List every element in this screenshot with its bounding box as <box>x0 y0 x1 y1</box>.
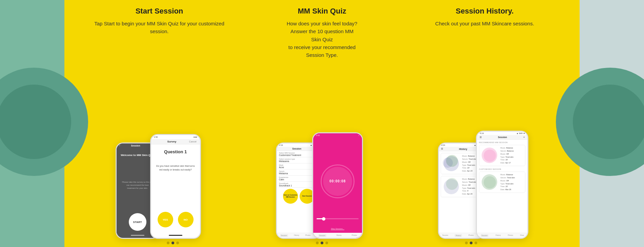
sections-row: Start Session Tap Start to begin your MM… <box>64 7 580 64</box>
section2-dot-1[interactable] <box>316 242 319 244</box>
left-decorative-panel <box>0 0 64 247</box>
phone6-nav-photos[interactable]: Photos <box>508 234 513 237</box>
phone3-header: Session <box>279 148 315 150</box>
phone6-signal: ▲ WiFi ● <box>516 132 525 134</box>
phone6-time: 4:19 <box>480 132 484 134</box>
phone2-cancel[interactable]: Cancel <box>189 140 197 143</box>
h2-time: 5' <box>467 190 468 192</box>
phone2-no-button[interactable]: NO <box>178 212 194 227</box>
phone5-menu-icon: ☰ <box>441 148 443 150</box>
phone5-nav-history[interactable]: History <box>455 234 462 237</box>
phone2-time: 1:56 <box>154 136 158 138</box>
phone3-nav-session[interactable]: Session <box>280 234 288 237</box>
h1-music: Balance <box>468 155 475 157</box>
phone6-body: RECOMMENDED MM SESSION Music: Balance Se… <box>477 140 527 233</box>
phone1-welcome-title: Welcome to MM Skin Quiz <box>121 153 154 157</box>
c1-serum: Tired skin <box>507 177 515 179</box>
h2-music: Balance <box>468 178 475 180</box>
phone6-custom-title: CUSTOMIZED SESSION <box>479 168 525 170</box>
rec-card-circles <box>480 146 499 165</box>
phone6-add-btn[interactable]: + <box>523 136 525 139</box>
phone3-save-label: Save as Customize MM Session <box>283 194 298 198</box>
custom-card-circles <box>480 173 499 192</box>
phone4-skip-label[interactable]: Skip Session... <box>331 228 344 230</box>
bottom-dots-row <box>64 239 580 247</box>
history-card-1-info: Music: Balance Serum: Tired skin Music: … <box>462 155 477 173</box>
phone1-back-btn[interactable]: ‹ <box>119 144 120 147</box>
phone2-yes-label: YES <box>163 218 168 221</box>
section-session-history: Session History. Check out your past MM … <box>403 7 566 64</box>
phone2-yes-button[interactable]: YES <box>158 212 173 227</box>
quiz-phone-group: 2:19 ▲ WiFi ● Session Skip Select MM Ses… <box>276 132 363 239</box>
c1-time: 20' <box>505 185 508 187</box>
quiz-desc-line2: Answer the 10 question MM <box>290 28 354 34</box>
section3-dot-3[interactable] <box>475 242 477 244</box>
phone4-timer-display: 00:00:08 <box>329 179 346 183</box>
phone6-menu: ☰ <box>480 136 482 139</box>
history-card-1-circles <box>442 154 461 173</box>
section3-dot-2[interactable] <box>470 242 472 244</box>
phone3-start-label: Start Session <box>302 195 312 197</box>
phone5-time: 2:04 <box>441 144 445 146</box>
phone3-nav-photos[interactable]: Photos <box>305 234 311 237</box>
phone3-time: 2:19 <box>279 144 283 146</box>
r1-time: 20' <box>505 159 508 161</box>
history-phone-group: 2:04 ▲ WiFi ● ☰ History <box>438 131 528 239</box>
section2-dot-2[interactable] <box>321 242 323 244</box>
phone4-progress-track <box>317 218 359 219</box>
quiz-desc-line1: How does your skin feel today? <box>287 21 357 26</box>
section-desc-start: Tap Start to begin your MM Skin Quiz for… <box>85 20 234 36</box>
phone4-nav-photos[interactable]: Photos <box>352 234 357 237</box>
left-inner-circle <box>0 85 71 159</box>
phone6-nav-session[interactable]: Session <box>481 234 489 237</box>
section2-dots <box>316 242 328 244</box>
section-start-session: Start Session Tap Start to begin your MM… <box>78 7 241 64</box>
phone6-nav-history[interactable]: History <box>496 234 501 237</box>
start-session-phone-group: ‹ Session Skip Welcome to MM Skin Quiz P… <box>116 134 201 239</box>
phone2-answer-buttons: YES NO <box>158 212 194 227</box>
section1-dot-2[interactable] <box>172 242 174 244</box>
r1-serum: Balance <box>507 150 514 152</box>
phone5-nav-session[interactable]: Session <box>442 234 448 237</box>
phone6-rec-title: RECOMMENDED MM SESSION <box>479 141 525 143</box>
phone3-save-button[interactable]: Save as Customize MM Session <box>283 189 298 204</box>
c1-music2: Off <box>506 180 509 182</box>
c1-music: Balance <box>506 174 513 176</box>
phone-survey: 1:56 ●●● Survey Cancel Question 1 Do you… <box>150 134 201 239</box>
history-card-2-info: Music: Balance Serum: Tired skin Music: … <box>462 178 477 196</box>
phone4-progress-thumb <box>322 217 325 221</box>
section3-dots <box>465 242 477 244</box>
rec-card-1: Music: Balance Serum: Balance Music: Off… <box>479 145 525 166</box>
section1-dot-1[interactable] <box>167 242 169 244</box>
history-card-2-circles <box>442 177 461 196</box>
main-content: Start Session Tap Start to begin your MM… <box>64 0 580 247</box>
phone5-nav-photos[interactable]: Photos <box>468 234 474 237</box>
rec-card-info: Music: Balance Serum: Balance Music: Off… <box>500 147 514 164</box>
section3-dot-1[interactable] <box>465 242 468 244</box>
h2-music2: Off <box>468 184 470 186</box>
phone4-time: 2:02 <box>316 134 320 137</box>
phone3-nav-history[interactable]: History <box>294 234 299 237</box>
section2-dot-3[interactable] <box>325 242 328 244</box>
h1-serum: Tired skin <box>468 158 477 160</box>
quiz-desc-line3: Skin Quiz <box>311 37 333 42</box>
phone-recommended: 4:19 ▲ WiFi ● ☰ Session + RECOMMENDED MM… <box>476 131 528 239</box>
phone4-nav-history[interactable]: History <box>336 234 342 237</box>
h2-date: Apr 20 <box>467 193 472 195</box>
phone4-back[interactable]: ‹ <box>359 134 359 137</box>
section-desc-quiz: How does your skin feel today? Answer th… <box>287 20 357 59</box>
phone6-header: Session <box>498 136 507 138</box>
section-title-quiz: MM Skin Quiz <box>298 7 346 16</box>
r1-music2: Off <box>506 153 509 155</box>
custom-card-1: Music: Balance Serum: Tired skin Music: … <box>479 172 525 193</box>
phone1-start-label: START <box>133 221 142 224</box>
phone1-start-button[interactable]: START <box>129 213 146 231</box>
section-title-start: Start Session <box>136 7 183 16</box>
section1-dot-3[interactable] <box>176 242 179 244</box>
phones-row: ‹ Session Skip Welcome to MM Skin Quiz P… <box>64 64 580 239</box>
section1-dots <box>167 242 179 244</box>
phone6-nav-shop[interactable]: Shop <box>520 234 524 237</box>
phone2-home-indicator <box>169 235 182 236</box>
phone4-nav-session[interactable]: Session <box>318 234 326 237</box>
phone2-header: Survey <box>155 140 189 143</box>
